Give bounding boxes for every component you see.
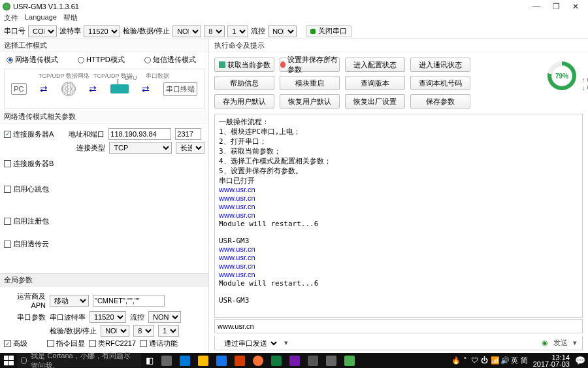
arrow-icon: ⇄	[40, 84, 48, 94]
apn-select[interactable]: 移动	[50, 295, 89, 307]
mode-httpd-label: HTTPD模式	[86, 55, 125, 65]
app-icon[interactable]	[176, 353, 193, 368]
echo-check[interactable]: 指令回显	[47, 339, 85, 348]
addr-label: 地址和端口	[57, 129, 105, 139]
databits-select[interactable]: 8	[204, 25, 225, 37]
serial-flow-select[interactable]: NONE	[148, 311, 181, 323]
version-button[interactable]: 查询版本	[345, 76, 405, 90]
send-icon: ◉	[542, 339, 548, 347]
ime-lang[interactable]: 英	[511, 356, 518, 365]
app-icon[interactable]	[341, 353, 358, 368]
port-select[interactable]: COM3	[28, 25, 57, 37]
restore-user-button[interactable]: 恢复用户默认	[280, 94, 340, 109]
app-icon[interactable]	[195, 353, 212, 368]
adv-check[interactable]: ✓高级	[4, 339, 27, 348]
mode-net-radio[interactable]: 网络透传模式	[7, 55, 58, 65]
app-icon[interactable]	[304, 353, 321, 368]
heartbeat-check[interactable]: 启用心跳包	[4, 184, 49, 194]
number-button[interactable]: 查询本机号码	[410, 76, 470, 90]
maximize-button[interactable]: ❐	[546, 1, 566, 12]
tray-icon[interactable]: 🛡	[471, 356, 479, 365]
app-icon[interactable]	[250, 353, 267, 368]
app-icon[interactable]	[286, 353, 303, 368]
databits2-select[interactable]: 8	[133, 325, 154, 337]
addr-input[interactable]	[108, 128, 171, 140]
parity2-select[interactable]: NONE	[101, 325, 129, 337]
reboot-button[interactable]: 模块重启	[280, 76, 340, 90]
cloud-check[interactable]: 启用透传云	[4, 239, 49, 249]
menu-help[interactable]: 帮助	[63, 13, 78, 24]
task-view-button[interactable]: ◧	[141, 353, 158, 368]
edge-icon	[180, 356, 190, 366]
baud-select[interactable]: 115200	[84, 25, 120, 37]
arrow-icon: ⇄	[89, 84, 97, 94]
close-port-button[interactable]: 关闭串口	[306, 25, 351, 37]
app-icon[interactable]	[158, 353, 175, 368]
mode-httpd-radio[interactable]: HTTPD模式	[78, 55, 125, 65]
globe-icon	[61, 82, 76, 96]
tray-icon[interactable]: ⏻	[481, 356, 489, 365]
topology-diagram: PC ⇄ ⇄ ⇄ 串口终端 TCP/UDP 数据 网络 TCP/UDP 数据 D…	[4, 69, 204, 109]
conn-b-check[interactable]: 连接服务器B	[4, 159, 54, 169]
telnet-check[interactable]: 通话功能	[140, 339, 178, 348]
left-panel: 选择工作模式 网络透传模式 HTTPD模式 短信透传模式 PC ⇄ ⇄ ⇄ 串口…	[0, 39, 209, 353]
actions-title: 执行命令及提示	[209, 39, 588, 52]
tray-volume-icon[interactable]: 🔊	[500, 356, 508, 365]
mail-icon	[235, 356, 245, 366]
system-tray[interactable]: 🔥 ˄ 🛡 ⏻ 📶 🔊	[451, 356, 508, 365]
port-input[interactable]	[175, 128, 201, 140]
dia-label: 串口数据	[146, 72, 169, 80]
get-params-button[interactable]: 获取当前参数	[214, 58, 274, 72]
conn-a-check[interactable]: ✓连接服务器A	[4, 129, 54, 139]
menu-language[interactable]: Language	[25, 13, 57, 24]
cortana-search[interactable]: 我是 Cortana，小娜，有问题尽管问我。	[17, 354, 141, 367]
send-mode-select[interactable]: 通过串口发送	[220, 337, 279, 350]
app-icon[interactable]	[231, 353, 248, 368]
app-icon[interactable]	[213, 353, 230, 368]
apn-input[interactable]	[93, 295, 165, 307]
stopbits2-select[interactable]: 1	[158, 325, 179, 337]
port-label: 串口号	[4, 26, 25, 36]
register-check[interactable]: 启用注册包	[4, 216, 49, 226]
send-label[interactable]: 发送	[553, 338, 568, 348]
factory-button[interactable]: 恢复出厂设置	[345, 94, 405, 109]
log-output[interactable]: 一般操作流程： 1、模块连PC串口,上电； 2、打开串口； 3、获取当前参数； …	[214, 114, 583, 318]
serial-baud-select[interactable]: 115200	[90, 311, 126, 323]
app-icon[interactable]	[323, 353, 340, 368]
clock[interactable]: 13:14 2017-07-03	[531, 354, 572, 367]
set-all-button[interactable]: 设置并保存所有参数	[280, 58, 340, 72]
stopbits-select[interactable]: 1	[227, 25, 248, 37]
mode-sms-radio[interactable]: 短信透传模式	[144, 55, 196, 65]
menubar: 文件 Language 帮助	[0, 13, 588, 24]
save-button[interactable]: 保存参数	[410, 94, 470, 109]
global-title: 全局参数	[0, 274, 208, 287]
send-input[interactable]	[215, 320, 582, 333]
serial-toolbar: 串口号 COM3 波特率 115200 检验/数据/停止 NONE 8 1 流控…	[0, 24, 588, 39]
flow-select[interactable]: NONE	[268, 25, 297, 37]
app-icon[interactable]	[268, 353, 285, 368]
comm-mode-button[interactable]: 进入通讯状态	[410, 58, 470, 72]
cfg-mode-button[interactable]: 进入配置状态	[345, 58, 405, 72]
help-button[interactable]: 帮助信息	[214, 76, 274, 90]
tray-icon[interactable]: 📶	[491, 356, 498, 365]
mode-section-title: 选择工作模式	[0, 39, 208, 52]
conn-type-select[interactable]: TCP	[109, 142, 172, 154]
gauge-meter: 79% 0.1K/s 0.09K/s	[547, 61, 576, 90]
conn-b-label: 连接服务器B	[13, 159, 54, 169]
rfc-check[interactable]: 类RFC2217	[89, 339, 136, 348]
serialbaud-label: 串口波特率	[50, 312, 86, 322]
save-user-button[interactable]: 存为用户默认	[214, 94, 274, 109]
menu-file[interactable]: 文件	[4, 13, 18, 24]
parity-select[interactable]: NONE	[172, 25, 201, 37]
firefox-icon	[253, 356, 263, 366]
tray-up-icon[interactable]: ˄	[461, 356, 469, 365]
tray-icon[interactable]: 🔥	[451, 356, 459, 365]
minimize-button[interactable]: —	[527, 1, 546, 12]
type-label: 连接类型	[59, 143, 106, 153]
start-button[interactable]	[0, 353, 17, 368]
ime-mode[interactable]: 简	[521, 356, 528, 365]
dia-label: 网络	[78, 72, 90, 80]
conn-persist-select[interactable]: 长连接	[176, 142, 204, 154]
close-button[interactable]: ✕	[566, 1, 585, 12]
notifications-button[interactable]: 💬	[575, 353, 585, 368]
